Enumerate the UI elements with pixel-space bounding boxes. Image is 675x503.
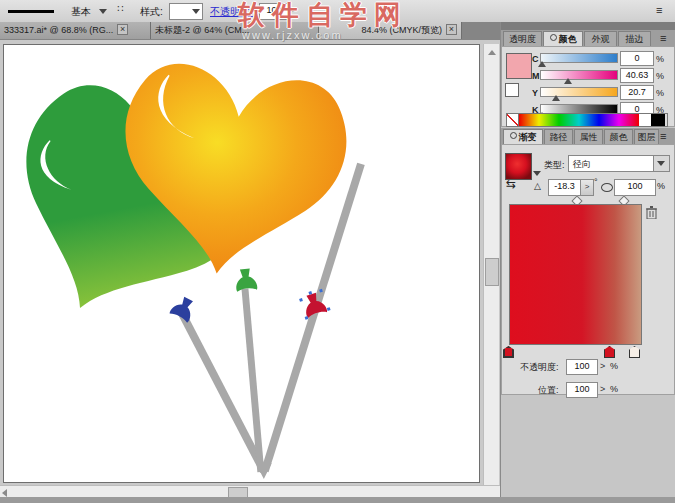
- opacity-link[interactable]: 不透明度:: [210, 5, 253, 19]
- dropdown-button[interactable]: [653, 156, 669, 171]
- chevron-down-icon: [192, 9, 200, 14]
- angle-spinner[interactable]: >: [580, 179, 594, 196]
- panel-dot-icon: [550, 34, 557, 41]
- tab-gradient[interactable]: 渐变: [503, 129, 543, 144]
- scroll-left-icon[interactable]: [2, 489, 7, 497]
- color-spectrum-bar[interactable]: [506, 113, 668, 127]
- green-knot[interactable]: [234, 268, 257, 292]
- gradient-panel-body: 类型: 径向 ⇆ △ -18.3 > ° 100 %: [501, 144, 675, 395]
- magenta-slider-handle[interactable]: [564, 78, 572, 84]
- dock-header: [501, 22, 675, 30]
- slider-label-m: M: [532, 71, 540, 81]
- stop-location-input[interactable]: 100: [566, 382, 598, 398]
- cyan-slider-handle[interactable]: [538, 61, 546, 67]
- trash-icon[interactable]: [646, 206, 657, 219]
- type-label: 类型:: [544, 159, 565, 172]
- gradient-panel-group: 渐变 路径 属性 颜色 图层 ≡ 类型: 径向: [501, 128, 675, 144]
- cyan-slider[interactable]: [540, 53, 618, 63]
- stroke-color-swatch[interactable]: [505, 83, 519, 97]
- white-swatch[interactable]: [639, 114, 651, 126]
- gradient-angle-input[interactable]: -18.3: [548, 179, 581, 196]
- tab-pathfinder[interactable]: 路径: [544, 129, 573, 144]
- aspect-ratio-icon: [601, 183, 613, 192]
- tab-color-2[interactable]: 颜色: [604, 129, 633, 144]
- opacity-input[interactable]: 100: [259, 3, 289, 20]
- chevron-down-icon[interactable]: [99, 9, 107, 14]
- artwork: [4, 45, 477, 480]
- yellow-slider-handle[interactable]: [552, 95, 560, 101]
- angle-icon: △: [534, 181, 541, 191]
- doc-tab-3[interactable]: 84.4% (CMYK/预览)×: [319, 22, 462, 39]
- stop-opacity-spinner[interactable]: >: [600, 361, 605, 371]
- gradient-stop-left[interactable]: [503, 346, 514, 358]
- stroke-style-label[interactable]: 基本: [71, 5, 91, 19]
- tab-attributes[interactable]: 属性: [574, 129, 603, 144]
- gradient-stop-mid[interactable]: [604, 346, 615, 358]
- tab-layers[interactable]: 图层: [634, 129, 659, 144]
- artboard[interactable]: [3, 44, 480, 483]
- gradient-swatch[interactable]: [505, 153, 532, 180]
- style-dropdown[interactable]: [169, 3, 203, 20]
- panel-menu-icon[interactable]: ≡: [660, 33, 666, 44]
- magenta-slider[interactable]: [540, 70, 618, 80]
- vertical-scroll-thumb[interactable]: [485, 258, 499, 286]
- window-bottom-edge: [0, 497, 675, 503]
- opacity-spinner[interactable]: >: [291, 5, 296, 15]
- cyan-value-input[interactable]: 0: [620, 51, 654, 66]
- canvas-region: [0, 40, 500, 497]
- yellow-value-input[interactable]: 20.7: [620, 85, 654, 100]
- slider-label-y: Y: [532, 88, 538, 98]
- spectrum-gradient[interactable]: [519, 114, 639, 126]
- stop-opacity-label: 不透明度:: [520, 361, 559, 374]
- tab-transparency[interactable]: 透明度: [503, 31, 542, 46]
- tab-stroke[interactable]: 描边: [618, 31, 651, 46]
- color-panel-group: 透明度 颜色 外观 描边 ≡ C 0 % M 40.63 % Y: [501, 30, 675, 46]
- color-panel-body: C 0 % M 40.63 % Y 20.7 % K 0 %: [501, 46, 675, 127]
- fill-color-swatch[interactable]: [506, 53, 532, 79]
- control-bar: 基本 ∷ 样式: 不透明度: 100 > ≡: [0, 0, 675, 23]
- width-profile-icon[interactable]: ∷: [117, 3, 124, 14]
- degree-sign: °: [594, 177, 598, 187]
- gradient-type-dropdown[interactable]: 径向: [568, 155, 670, 172]
- gradient-swatch-menu-icon[interactable]: [533, 171, 541, 176]
- panel-dot-icon: [510, 132, 517, 139]
- chevron-down-icon: [657, 161, 665, 166]
- color-panel-tabs: 透明度 颜色 外观 描边 ≡: [501, 30, 675, 46]
- aspect-ratio-input[interactable]: 100: [614, 179, 656, 196]
- close-icon[interactable]: ×: [117, 24, 128, 35]
- black-swatch[interactable]: [651, 114, 665, 126]
- stop-location-spinner[interactable]: >: [600, 384, 605, 394]
- stop-opacity-input[interactable]: 100: [566, 359, 598, 375]
- close-icon[interactable]: ×: [446, 24, 457, 35]
- gradient-slider-preview[interactable]: [509, 204, 642, 345]
- bar-menu-icon[interactable]: ≡: [656, 5, 662, 16]
- stop-location-label: 位置:: [538, 384, 559, 397]
- panel-dock: 透明度 颜色 外观 描边 ≡ C 0 % M 40.63 % Y: [500, 22, 675, 497]
- scroll-up-icon[interactable]: [488, 50, 496, 55]
- panel-menu-icon[interactable]: ≡: [660, 131, 666, 142]
- tab-appearance[interactable]: 外观: [584, 31, 617, 46]
- style-label: 样式:: [140, 5, 163, 19]
- none-swatch[interactable]: [507, 114, 519, 126]
- doc-tab-2[interactable]: 未标题-2 @ 64% (CM...: [151, 22, 319, 39]
- reverse-gradient-icon[interactable]: ⇆: [506, 179, 516, 190]
- gradient-panel-tabs: 渐变 路径 属性 颜色 图层 ≡: [501, 128, 675, 144]
- tab-color[interactable]: 颜色: [543, 31, 583, 46]
- doc-tab-1[interactable]: 333317.ai* @ 68.8% (RG...×: [0, 22, 151, 39]
- gradient-stop-right[interactable]: [629, 346, 640, 358]
- blue-knot[interactable]: [169, 294, 198, 323]
- vertical-scrollbar[interactable]: [483, 44, 499, 485]
- magenta-value-input[interactable]: 40.63: [620, 68, 654, 83]
- stroke-preview-line: [8, 10, 54, 13]
